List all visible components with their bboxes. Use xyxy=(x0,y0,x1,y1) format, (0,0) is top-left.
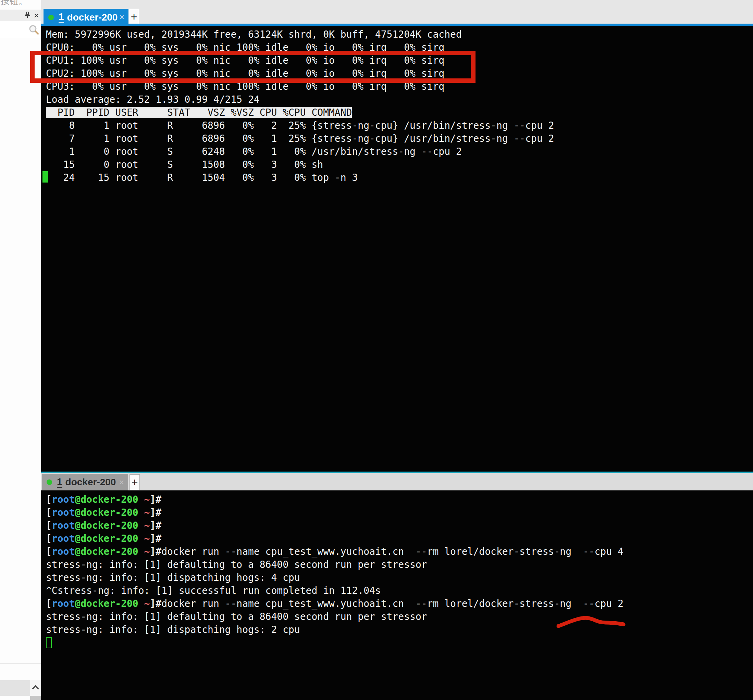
prompt-host: @docker-200 xyxy=(75,507,138,518)
new-tab-button[interactable]: + xyxy=(130,474,140,490)
prompt-bracket: ]# xyxy=(150,533,161,544)
prompt-path: ~ xyxy=(138,494,150,505)
tab-number: 1 xyxy=(57,477,62,488)
bottom-tab-bar: 1 docker-200 × + xyxy=(41,472,753,490)
sidebar-search-row xyxy=(0,21,41,38)
tab-close-icon[interactable]: × xyxy=(119,478,124,486)
session-status-dot xyxy=(47,479,52,485)
cursor-line xyxy=(46,636,753,649)
chevron-up-icon xyxy=(31,684,40,691)
process-table-header: PID PPID USER STAT VSZ %VSZ CPU %CPU COM… xyxy=(46,106,753,119)
output-line: stress-ng: info: [1] dispatching hogs: 2… xyxy=(46,623,753,636)
prompt-bracket: [ xyxy=(46,494,52,505)
prompt-bracket: ]# xyxy=(150,494,161,505)
search-icon[interactable] xyxy=(29,25,39,36)
close-icon[interactable]: × xyxy=(34,11,39,20)
terminal-line-cpu0: CPU0: 0% usr 0% sys 0% nic 100% idle 0% … xyxy=(46,41,753,54)
terminal-line-mem: Mem: 5972996K used, 2019344K free, 63124… xyxy=(46,28,753,41)
sidebar-header: × xyxy=(0,9,41,21)
prompt-line: [root@docker-200 ~]# xyxy=(46,493,753,506)
prompt-line: [root@docker-200 ~]# xyxy=(46,506,753,519)
output-line: stress-ng: info: [1] dispatching hogs: 4… xyxy=(46,571,753,584)
prompt-bracket: ]# xyxy=(150,598,161,609)
tab-docker-200-top[interactable]: 1 docker-200 × xyxy=(44,9,128,26)
terminal-line-cpu2: CPU2: 100% usr 0% sys 0% nic 0% idle 0% … xyxy=(46,67,753,80)
table-row: 7 1 root R 6896 0% 1 25% {stress-ng-cpu}… xyxy=(46,132,753,145)
overlay-chinese-text: 按钮。 xyxy=(1,0,27,6)
command-line-cpu4: [root@docker-200 ~]#docker run --name cp… xyxy=(46,545,753,558)
prompt-user: root xyxy=(52,520,75,531)
table-row: 8 1 root R 6896 0% 2 25% {stress-ng-cpu}… xyxy=(46,119,753,132)
table-row: 24 15 root R 1504 0% 3 0% top -n 3 xyxy=(46,171,753,184)
clipped-overlay-text-wrap: 按钮。 xyxy=(0,0,41,6)
prompt-user: root xyxy=(52,494,75,505)
tab-number: 1 xyxy=(59,12,64,23)
command-line-cpu2: [root@docker-200 ~]#docker run --name cp… xyxy=(46,597,753,610)
top-tab-bar: 1 docker-200 × + xyxy=(41,0,753,26)
output-line: ^Cstress-ng: info: [1] successful run co… xyxy=(46,584,753,597)
prompt-host: @docker-200 xyxy=(75,494,138,505)
table-row: 15 0 root S 1508 0% 3 0% sh xyxy=(46,158,753,171)
prompt-line: [root@docker-200 ~]# xyxy=(46,519,753,532)
command-text: docker run --name cpu_test_www.yuchoait.… xyxy=(161,546,623,557)
table-row: 1 0 root S 6248 0% 1 0% /usr/bin/stress-… xyxy=(46,145,753,158)
terminal-cursor xyxy=(42,171,48,182)
output-line: stress-ng: info: [1] defaulting to a 864… xyxy=(46,610,753,623)
prompt-host: @docker-200 xyxy=(75,520,138,531)
prompt-bracket: [ xyxy=(46,520,52,531)
terminal-line-cpu1: CPU1: 100% usr 0% sys 0% nic 0% idle 0% … xyxy=(46,54,753,67)
command-text: docker run --name cpu_test_www.yuchoait.… xyxy=(161,598,623,609)
left-sidebar: 按钮。 × xyxy=(0,0,41,700)
session-status-dot xyxy=(48,15,54,20)
tab-title: docker-200 xyxy=(67,12,118,22)
pin-icon[interactable] xyxy=(23,11,31,20)
tab-title: docker-200 xyxy=(66,477,116,487)
prompt-path: ~ xyxy=(138,520,150,531)
terminal-line-cpu3: CPU3: 0% usr 0% sys 0% nic 100% idle 0% … xyxy=(46,80,753,93)
pane-divider-line xyxy=(41,472,753,473)
terminal-cursor xyxy=(46,637,52,648)
table-header-text: PID PPID USER STAT VSZ %VSZ CPU %CPU COM… xyxy=(46,107,352,118)
prompt-bracket: [ xyxy=(46,533,52,544)
prompt-bracket: [ xyxy=(46,598,52,609)
prompt-bracket: [ xyxy=(46,507,52,518)
sidebar-divider xyxy=(0,663,41,664)
prompt-bracket: ]# xyxy=(150,546,161,557)
output-line: stress-ng: info: [1] defaulting to a 864… xyxy=(46,558,753,571)
prompt-path: ~ xyxy=(138,598,150,609)
tab-docker-200-bottom[interactable]: 1 docker-200 × xyxy=(42,474,128,490)
prompt-path: ~ xyxy=(138,533,150,544)
top-terminal-pane[interactable]: Mem: 5972996K used, 2019344K free, 63124… xyxy=(41,26,753,472)
sidebar-bottom-item xyxy=(0,680,30,696)
tab-close-icon[interactable]: × xyxy=(119,13,124,22)
prompt-host: @docker-200 xyxy=(75,546,138,557)
prompt-user: root xyxy=(52,546,75,557)
prompt-bracket: [ xyxy=(46,546,52,557)
prompt-path: ~ xyxy=(138,507,150,518)
prompt-user: root xyxy=(52,507,75,518)
new-tab-button[interactable]: + xyxy=(129,9,139,25)
prompt-user: root xyxy=(52,598,75,609)
scroll-up-button[interactable] xyxy=(30,680,41,696)
prompt-path: ~ xyxy=(138,546,150,557)
bottom-terminal-pane[interactable]: [root@docker-200 ~]# [root@docker-200 ~]… xyxy=(41,490,753,700)
prompt-bracket: ]# xyxy=(150,507,161,518)
prompt-user: root xyxy=(52,533,75,544)
prompt-bracket: ]# xyxy=(150,520,161,531)
scrollbar-thumb[interactable] xyxy=(30,696,41,700)
terminal-line-load: Load average: 2.52 1.93 0.99 4/215 24 xyxy=(46,93,753,106)
prompt-host: @docker-200 xyxy=(75,533,138,544)
prompt-host: @docker-200 xyxy=(75,598,138,609)
prompt-line: [root@docker-200 ~]# xyxy=(46,532,753,545)
